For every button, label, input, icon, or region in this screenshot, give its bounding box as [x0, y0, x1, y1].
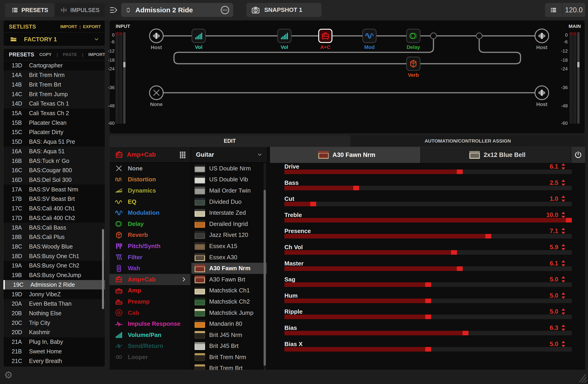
split-node[interactable] [430, 33, 436, 39]
category-filter[interactable]: Filter [109, 252, 190, 263]
preset-row[interactable]: 17BBAS:SV Beast Brt [3, 194, 105, 204]
category-volume-pan[interactable]: Volume/Pan [109, 329, 190, 341]
gear-icon[interactable]: ⚙ [4, 370, 14, 380]
preset-row[interactable]: 17ABAS:SV Beast Nrm [3, 185, 105, 194]
param-spinner[interactable] [561, 244, 566, 251]
setlists-export-button[interactable]: EXPORT [83, 24, 101, 29]
preset-row[interactable]: 19DJonny VibeZ [3, 289, 105, 299]
preset-row[interactable]: 20BNothing Else [3, 309, 105, 318]
model-matchstick-ch2[interactable]: Matchstick Ch2 [191, 296, 267, 307]
preset-row[interactable]: 15BPlacater Clean [3, 118, 105, 128]
tab-automation-controller-assign[interactable]: AUTOMATION/CONTROLLER ASSIGN [351, 135, 585, 147]
merge-node[interactable] [476, 33, 482, 39]
copy-button[interactable]: COPY [39, 52, 52, 57]
preset-row[interactable]: 16ABAS: Aqua 51 [3, 146, 105, 156]
param-slider-track[interactable] [284, 202, 572, 206]
param-slider-track[interactable] [284, 331, 572, 335]
model-essex-a30[interactable]: Essex A30 [191, 252, 267, 263]
value-up-arrow-icon[interactable] [562, 260, 565, 263]
category-amp[interactable]: Amp [109, 285, 190, 296]
chain-block-vol[interactable] [191, 29, 206, 43]
preset-row[interactable]: 15ACali Texas Ch 2 [3, 109, 105, 118]
category-reverb[interactable]: Reverb [109, 230, 190, 241]
setlists-import-button[interactable]: IMPORT [60, 24, 77, 29]
chain-host-node[interactable] [534, 85, 549, 100]
category-wah[interactable]: Wah [109, 263, 190, 274]
preset-row[interactable]: 17CBAS:Cali 400 Ch1 [3, 204, 105, 213]
preset-row[interactable]: 21APlug In, Baby [3, 337, 105, 347]
model-brit-j45-nrm[interactable]: Brit J45 Nrm [191, 329, 267, 341]
tab-edit[interactable]: EDIT [109, 135, 350, 147]
resize-grip-icon[interactable] [576, 373, 587, 383]
model-a30-fawn-brt[interactable]: A30 Fawn Brt [191, 274, 267, 285]
tempo-display[interactable]: 120.0 [562, 3, 585, 17]
param-slider-track[interactable] [284, 186, 572, 190]
param-spinner[interactable] [561, 180, 566, 186]
model-family-dropdown[interactable]: Guitar [191, 147, 267, 163]
model-divided-duo[interactable]: Divided Duo [191, 196, 267, 207]
preset-row[interactable]: 14ABrit Trem Nrm [3, 70, 105, 80]
category-amp-cab[interactable]: Amp+Cab [109, 274, 190, 285]
preset-row[interactable]: 20CTrip City [3, 318, 105, 327]
chain-input-none[interactable] [149, 85, 164, 100]
chain-block-a-c[interactable] [318, 29, 332, 43]
preset-list-scrollbar[interactable] [102, 229, 104, 309]
preset-row[interactable]: 19ABAS:Busy One Ch2 [3, 261, 105, 270]
snapshot-button[interactable]: 1 SNAPSHOT 1 [247, 3, 321, 17]
param-spinner[interactable] [561, 325, 566, 331]
preset-row[interactable]: 19CAdmission 2 Ride [3, 280, 105, 290]
param-slider-handle[interactable] [566, 218, 572, 223]
value-up-arrow-icon[interactable] [562, 341, 565, 343]
param-slider-track[interactable] [284, 315, 572, 319]
preset-row[interactable]: 18CBAS:Woody Blue [3, 242, 105, 251]
param-slider-handle[interactable] [457, 266, 463, 271]
tab-impulses[interactable]: IMPULSES [55, 3, 105, 17]
model-interstate-zed[interactable]: Interstate Zed [191, 207, 267, 218]
value-up-arrow-icon[interactable] [562, 276, 565, 278]
param-spinner[interactable] [561, 260, 566, 267]
value-up-arrow-icon[interactable] [562, 308, 565, 311]
value-up-arrow-icon[interactable] [562, 325, 565, 327]
preset-row[interactable]: 14DCali Texas Ch 1 [3, 99, 105, 109]
param-slider-handle[interactable] [485, 234, 491, 238]
value-up-arrow-icon[interactable] [562, 292, 565, 295]
preset-row[interactable]: 18ABAS:Cali Bass [3, 223, 105, 232]
category-impulse-response[interactable]: Impulse Response [109, 318, 190, 329]
model-jazz-rivet-120[interactable]: Jazz Rivet 120 [191, 230, 267, 241]
param-slider-handle[interactable] [462, 331, 468, 335]
param-slider-handle[interactable] [425, 347, 431, 352]
import-button[interactable]: IMPORT [88, 52, 105, 57]
preset-name-box[interactable]: Admission 2 Ride [121, 3, 233, 17]
model-matchstick-jump[interactable]: Matchstick Jump [191, 307, 267, 318]
param-slider-handle[interactable] [425, 299, 431, 303]
preset-row[interactable]: 21BSweet Home [3, 347, 105, 356]
param-slider-handle[interactable] [451, 250, 457, 255]
value-up-arrow-icon[interactable] [562, 163, 565, 166]
preset-row[interactable]: 16DBAS:Del Sol 300 [3, 175, 105, 185]
param-slider-handle[interactable] [310, 202, 316, 206]
preset-prev-next-icon[interactable] [125, 6, 132, 14]
model-mail-order-twin[interactable]: Mail Order Twin [191, 185, 267, 196]
setlist-selector[interactable]: FACTORY 1 [3, 33, 105, 46]
block-bypass-button[interactable] [571, 147, 585, 163]
value-up-arrow-icon[interactable] [562, 195, 565, 198]
model-matchstick-ch1[interactable]: Matchstick Ch1 [191, 285, 267, 296]
preset-row[interactable]: 16CBAS:Cougar 800 [3, 166, 105, 175]
tempo-list-button[interactable] [545, 3, 562, 17]
param-slider-track[interactable] [284, 250, 572, 255]
param-spinner[interactable] [561, 292, 566, 299]
category-send-return[interactable]: Send/Return [109, 341, 190, 352]
chain-block-vol[interactable] [277, 29, 292, 43]
preset-row[interactable]: 21CEvery Breath [3, 356, 105, 366]
param-slider-handle[interactable] [353, 186, 359, 190]
preset-row[interactable]: 14BBrit Trem Brt [3, 80, 105, 89]
chain-host-node[interactable] [149, 29, 164, 43]
preset-row[interactable]: 17DBAS:Cali 400 Ch2 [3, 213, 105, 223]
model-mandarin-80[interactable]: Mandarin 80 [191, 318, 267, 329]
preset-row[interactable]: 16BBAS:Tuck n' Go [3, 156, 105, 166]
category-none[interactable]: None [109, 163, 190, 174]
param-spinner[interactable] [561, 341, 566, 348]
sidebar-toggle-icon[interactable] [109, 6, 118, 14]
chain-host-node[interactable] [534, 29, 549, 43]
preset-row[interactable]: 15DBAS: Aqua 51 Pre [3, 137, 105, 147]
